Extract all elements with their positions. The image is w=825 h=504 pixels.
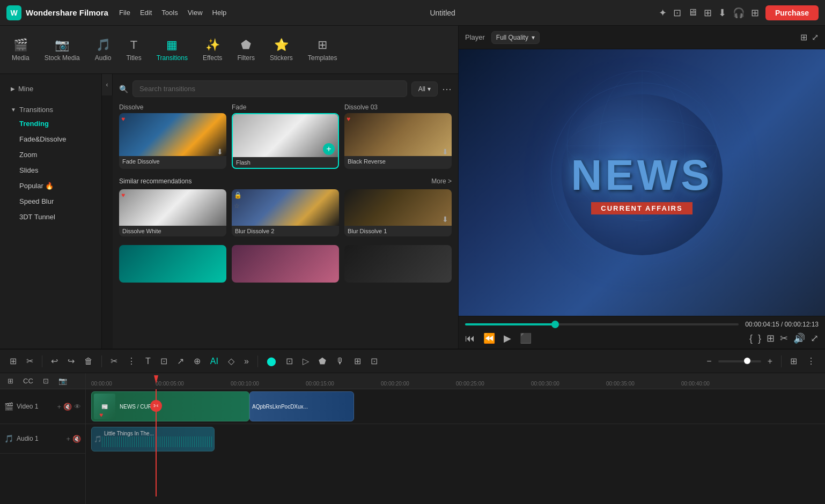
headphone-icon[interactable]: 🎧: [733, 7, 745, 19]
more-options-button[interactable]: ⋯: [442, 83, 452, 95]
clip-audio[interactable]: 🎵 Little Things In The...: [91, 427, 215, 451]
trim-button[interactable]: ✂: [23, 354, 36, 368]
cc-icon[interactable]: ⊡: [673, 7, 681, 19]
nav-tools[interactable]: Tools: [161, 9, 178, 17]
sidebar-item-fade-dissolve[interactable]: Fade&Dissolve: [6, 131, 95, 147]
tab-stock-media[interactable]: 📷 Stock Media: [37, 33, 87, 67]
track-effect-button[interactable]: ▷: [299, 354, 312, 368]
extra-card-3[interactable]: [344, 245, 452, 283]
similar-card-blur-dissolve1[interactable]: ⬇ Blur Dissolve 1: [344, 189, 452, 236]
redo-button[interactable]: ↪: [64, 354, 78, 368]
sidebar-collapse-button[interactable]: ‹: [102, 74, 113, 95]
nav-edit[interactable]: Edit: [140, 9, 152, 17]
download2-icon[interactable]: ⬇: [442, 147, 448, 156]
more-tl-button[interactable]: »: [241, 354, 252, 368]
apps-icon[interactable]: ⊞: [751, 7, 759, 19]
purchase-button[interactable]: Purchase: [765, 5, 819, 20]
track-color-button[interactable]: ⬤: [263, 354, 279, 368]
progress-thumb[interactable]: [551, 321, 559, 328]
scene-detect-button[interactable]: ⊞: [6, 354, 20, 368]
sidebar-header-mine[interactable]: ▶ Mine: [6, 83, 95, 95]
extra-card-1[interactable]: [119, 245, 226, 283]
dl3-icon[interactable]: ⬇: [442, 215, 448, 224]
more-link[interactable]: More >: [431, 177, 452, 185]
track-sub-button[interactable]: ⊡: [367, 354, 381, 368]
mark-in-button[interactable]: {: [749, 332, 753, 344]
filter-button[interactable]: All ▾: [411, 81, 438, 97]
download-icon[interactable]: ⬇: [718, 7, 726, 19]
sidebar-item-speed-blur[interactable]: Speed Blur: [6, 194, 95, 209]
eye-track-icon[interactable]: 👁: [74, 403, 81, 411]
add-video-track-button[interactable]: ⊞: [4, 375, 17, 387]
track-audio-button[interactable]: 🎙: [333, 354, 348, 368]
fullscreen-button[interactable]: ⤢: [811, 332, 819, 344]
nav-help[interactable]: Help: [212, 9, 227, 17]
grid-icon[interactable]: ⊞: [704, 7, 712, 19]
composite-button[interactable]: ⊕: [190, 354, 204, 368]
add-track-icon[interactable]: +: [57, 403, 61, 411]
rewind-button[interactable]: ⏮: [465, 333, 475, 344]
layout-button[interactable]: ⊞: [787, 354, 800, 368]
tab-media[interactable]: 🎬 Media: [4, 33, 37, 67]
sparkle-icon[interactable]: ✦: [659, 7, 667, 19]
auto-ripple-button[interactable]: ⋮: [124, 354, 139, 368]
tab-titles[interactable]: T Titles: [119, 33, 149, 67]
nav-file[interactable]: File: [119, 9, 130, 17]
similar-card-dissolve-white[interactable]: ♥ Dissolve White: [119, 189, 226, 236]
tab-effects[interactable]: ✨ Effects: [195, 33, 230, 67]
tab-templates[interactable]: ⊞ Templates: [300, 33, 345, 67]
sidebar-item-zoom[interactable]: Zoom: [6, 147, 95, 162]
transition-card-flash[interactable]: + Flash: [232, 113, 339, 169]
sidebar-item-popular[interactable]: Popular 🔥: [6, 178, 95, 194]
lock-track-icon[interactable]: 🔇: [63, 403, 72, 411]
zoom-in-button[interactable]: +: [764, 354, 776, 368]
sidebar-header-transitions[interactable]: ▼ Transitions: [6, 103, 95, 116]
grid2-icon[interactable]: ⊞: [800, 32, 807, 42]
track-mask-button[interactable]: ⬟: [315, 354, 329, 368]
zoom-out-button[interactable]: −: [703, 354, 714, 368]
camera-button[interactable]: 📷: [55, 375, 70, 387]
mark-out-button[interactable]: }: [758, 332, 761, 344]
keyframe-button[interactable]: ◇: [225, 354, 238, 368]
stop-button[interactable]: ⬛: [520, 332, 532, 344]
zoom-slider[interactable]: [718, 360, 761, 362]
tab-stickers[interactable]: ⭐ Stickers: [262, 33, 300, 67]
download-icon[interactable]: ⬇: [217, 147, 223, 156]
tab-filters[interactable]: ⬟ Filters: [230, 33, 262, 67]
search-input[interactable]: [132, 80, 407, 97]
split2-button[interactable]: ✂: [107, 354, 121, 368]
track-motion-button[interactable]: ⊡: [283, 354, 296, 368]
transition-card-black-reverse[interactable]: ♥ ⬇ Black Reverse: [344, 113, 452, 169]
split-button[interactable]: ✂: [780, 332, 788, 344]
similar-card-blur-dissolve2[interactable]: 🔒 ☆ Blur Dissolve 2: [232, 189, 339, 236]
quality-select[interactable]: Full Quality ▾: [491, 31, 540, 44]
frame-back-button[interactable]: ⏪: [483, 332, 495, 344]
progress-bar[interactable]: [465, 323, 739, 325]
pip-button[interactable]: ⊡: [40, 375, 52, 387]
add-audio-icon[interactable]: +: [66, 435, 70, 443]
clip-stock[interactable]: AQpbRsLknPocDXux...: [249, 391, 354, 421]
play-button[interactable]: ▶: [504, 332, 511, 344]
undo-button[interactable]: ↩: [48, 354, 61, 368]
tab-audio[interactable]: 🎵 Audio: [87, 33, 119, 67]
volume-button[interactable]: 🔊: [793, 332, 805, 344]
text-button[interactable]: T: [142, 354, 154, 368]
monitor-icon[interactable]: 🖥: [688, 7, 697, 18]
ai-button[interactable]: AI: [207, 354, 222, 368]
nav-view[interactable]: View: [188, 9, 203, 17]
tab-transitions[interactable]: ▦ Transitions: [149, 33, 195, 67]
extra-card-2[interactable]: [232, 245, 339, 283]
track-tts-button[interactable]: ⊞: [351, 354, 364, 368]
subtitle-button[interactable]: CC: [20, 375, 36, 387]
add-icon[interactable]: +: [323, 143, 335, 155]
transition-card-dissolve[interactable]: ♥ ⬇ Fade Dissolve: [119, 113, 226, 169]
scene-button[interactable]: ⊞: [767, 332, 775, 344]
sidebar-item-3d-tunnel[interactable]: 3DT Tunnel: [6, 209, 95, 225]
clip-news[interactable]: 📰 NEWS / CURR... ♥: [91, 391, 249, 421]
sidebar-item-slides[interactable]: Slides: [6, 162, 95, 178]
expand-icon[interactable]: ⤢: [812, 32, 819, 42]
sidebar-item-trending[interactable]: Trending: [6, 116, 95, 131]
crop-button[interactable]: ⊡: [157, 354, 171, 368]
mute-audio-icon[interactable]: 🔇: [72, 435, 81, 443]
delete-button[interactable]: 🗑: [81, 354, 96, 368]
